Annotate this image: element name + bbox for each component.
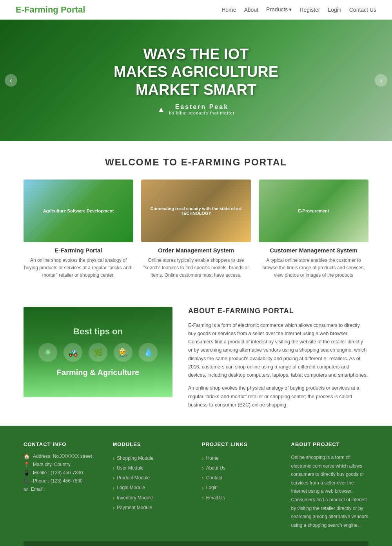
link-home: Home (202, 453, 279, 463)
hero-headline: WAYS THE IOT MAKES AGRICULTURE MARKET SM… (114, 45, 278, 99)
feature-card-1: Agriculture Software Development E-Farmi… (24, 180, 133, 279)
hero-prev-button[interactable]: ‹ (5, 74, 17, 87)
about-paragraph-1: E-Farming is a form of electronic commer… (188, 321, 368, 380)
footer-contact-title: CONTACT INFO (24, 441, 101, 447)
about-icons-row: ☀ 🚜 🌿 👨‍🌾 💧 (38, 343, 158, 362)
link-contact: Contact (202, 473, 279, 483)
footer: CONTACT INFO 🏠 Address: No.XXXXXX street… (0, 426, 392, 546)
tractor-icon: 🚜 (64, 343, 82, 362)
nav-register[interactable]: Register (299, 7, 320, 13)
brand-logo[interactable]: E-Farming Portal (16, 5, 85, 15)
module-inventory: Inventory Module (113, 493, 191, 503)
about-title: ABOUT E-FARMING PORTAL (188, 307, 368, 315)
nav-links: Home About Products ▾ Register Login Con… (221, 6, 376, 13)
footer-about-title: ABOUT PROJECT (291, 441, 369, 447)
map-icon: 📍 (24, 462, 30, 468)
welcome-section: WELCOME TO E-FARMING PORTAL Agriculture … (0, 141, 392, 295)
footer-links-col: PROJECT LINKS Home About Us Contact Logi… (202, 441, 279, 530)
about-section: Best tips on ☀ 🚜 🌿 👨‍🌾 💧 Farming & Agric… (0, 295, 392, 426)
navbar: E-Farming Portal Home About Products ▾ R… (0, 0, 392, 20)
footer-modules-title: MODULES (113, 441, 191, 447)
feature-card-1-title: E-Farming Portal (24, 247, 133, 254)
feature-card-3-desc: A typical online store enables the custo… (259, 257, 368, 279)
contact-phone: 📞 Phone : (123) 456-7890 (24, 478, 101, 484)
feature-card-3: E-Procurement Customer Management System… (259, 180, 368, 279)
footer-modules-list: Shopping Module User Module Product Modu… (113, 453, 191, 513)
nav-products[interactable]: Products ▾ (266, 6, 292, 13)
contact-address-1: 🏠 Address: No.XXXXXX street (24, 453, 101, 459)
footer-grid: CONTACT INFO 🏠 Address: No.XXXXXX street… (24, 441, 368, 541)
footer-links-list: Home About Us Contact Login Email Us (202, 453, 279, 503)
module-shopping: Shopping Module (113, 453, 191, 463)
hero-next-button[interactable]: › (375, 74, 387, 87)
module-login: Login Module (113, 483, 191, 493)
feature-card-2: Connecting rural society with the state … (141, 180, 251, 279)
link-login: Login (202, 483, 279, 493)
welcome-title: WELCOME TO E-FARMING PORTAL (24, 157, 368, 168)
about-image-top-text: Best tips on (38, 327, 158, 337)
feature-card-3-image: E-Procurement (259, 180, 368, 242)
footer-links-title: PROJECT LINKS (202, 441, 279, 447)
sun-icon: ☀ (38, 343, 57, 362)
home-icon: 🏠 (24, 453, 30, 459)
link-about: About Us (202, 463, 279, 473)
footer-contact-col: CONTACT INFO 🏠 Address: No.XXXXXX street… (24, 441, 101, 530)
contact-address-2: 📍 Mars city, Country (24, 462, 101, 468)
about-image-bottom-text: Farming & Agriculture (38, 368, 158, 377)
about-text: ABOUT E-FARMING PORTAL E-Farming is a fo… (188, 307, 368, 414)
mobile-icon: 📱 (24, 470, 30, 476)
footer-modules-col: MODULES Shopping Module User Module Prod… (113, 441, 191, 530)
feature-cards: Agriculture Software Development E-Farmi… (24, 180, 368, 279)
leaf-icon: 🌿 (89, 343, 107, 362)
farmer-icon: 👨‍🌾 (114, 343, 132, 362)
water-icon: 💧 (139, 343, 158, 362)
feature-card-2-desc: Online stores typically enable shoppers … (141, 257, 251, 279)
about-image: Best tips on ☀ 🚜 🌿 👨‍🌾 💧 Farming & Agric… (24, 307, 172, 397)
contact-mobile: 📱 Mobile : (123) 456-7890 (24, 470, 101, 476)
hero-banner: ‹ WAYS THE IOT MAKES AGRICULTURE MARKET … (0, 20, 392, 141)
hero-content: WAYS THE IOT MAKES AGRICULTURE MARKET SM… (114, 45, 278, 116)
feature-card-3-title: Customer Management System (259, 247, 368, 254)
feature-card-2-image: Connecting rural society with the state … (141, 180, 251, 242)
module-payment: Payment Module (113, 503, 191, 513)
feature-card-1-image: Agriculture Software Development (24, 180, 133, 242)
nav-login[interactable]: Login (328, 7, 341, 13)
link-email: Email Us (202, 493, 279, 503)
module-product: Product Module (113, 473, 191, 483)
nav-contact[interactable]: Contact Us (349, 7, 376, 13)
footer-bottom: © Copyright Online Shopping System. ▶ ⚙ … (24, 541, 368, 546)
contact-email: ✉ Email : (24, 486, 101, 492)
email-icon: ✉ (24, 486, 28, 492)
feature-card-2-title: Order Management System (141, 247, 251, 254)
phone-icon: 📞 (24, 478, 30, 484)
about-paragraph-2: An online shop evokes the physical analo… (188, 384, 368, 409)
nav-home[interactable]: Home (221, 7, 236, 13)
feature-card-1-desc: An online shop evokes the physical analo… (24, 257, 133, 279)
nav-about[interactable]: About (244, 7, 259, 13)
hero-brand: ▲ Eastern Peak building products that ma… (114, 103, 278, 115)
footer-about-col: ABOUT PROJECT Online shopping is a form … (291, 441, 369, 530)
footer-about-text: Online shopping is a form of electronic … (291, 453, 369, 530)
module-user: User Module (113, 463, 191, 473)
